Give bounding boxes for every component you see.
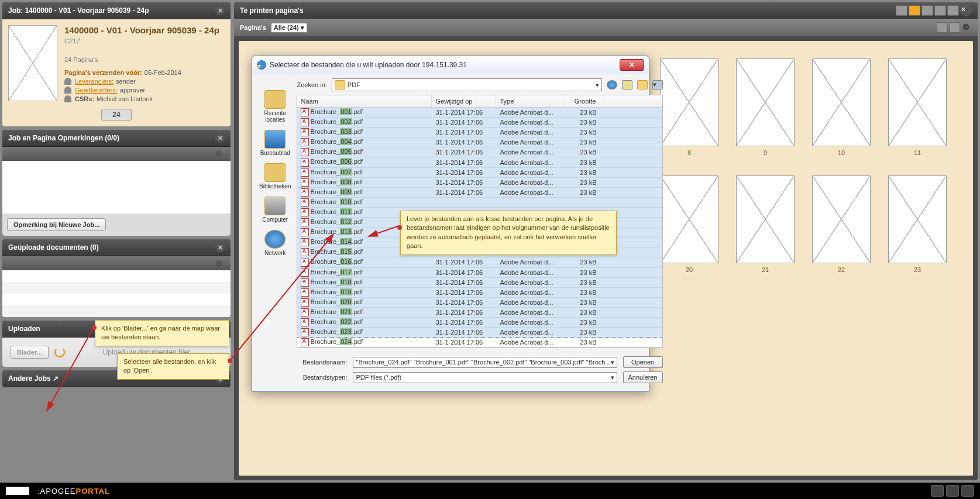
page-slot[interactable]: 9	[736, 58, 795, 146]
sidebar-place-3[interactable]: Computer	[262, 197, 288, 223]
page-slot[interactable]: 21	[736, 175, 795, 263]
look-in-select[interactable]: PDF ▾	[332, 78, 602, 91]
pages-filter[interactable]: Alle (24) ▾	[271, 23, 307, 33]
place-icon	[264, 197, 286, 215]
tool-icon[interactable]	[934, 5, 946, 16]
back-icon[interactable]	[607, 80, 617, 90]
remarks-title: Job en Pagina Opmerkingen (0/0)	[8, 134, 119, 142]
file-row[interactable]: Brochure_017.pdf31-1-2014 17:06Adobe Acr…	[297, 268, 662, 278]
file-row[interactable]: Brochure_020.pdf31-1-2014 17:06Adobe Acr…	[297, 298, 662, 308]
gear-icon[interactable]: ⚙	[215, 259, 225, 268]
page-number: 23	[889, 266, 946, 273]
tool-icon[interactable]	[937, 22, 947, 33]
col-size[interactable]: Grootte	[563, 95, 604, 107]
pdf-icon	[301, 328, 309, 336]
view-grid-icon[interactable]	[909, 5, 920, 16]
file-row[interactable]: Brochure_008.pdf31-1-2014 17:06Adobe Acr…	[297, 178, 662, 188]
file-row[interactable]: Brochure_002.pdf31-1-2014 17:06Adobe Acr…	[297, 118, 662, 128]
pdf-icon	[301, 128, 309, 136]
tool-icon[interactable]	[950, 22, 960, 33]
pdf-icon	[301, 318, 309, 326]
page-slot[interactable]: 8	[660, 58, 718, 146]
page-number: 8	[661, 149, 718, 156]
col-date[interactable]: Gewijzigd op	[432, 95, 496, 107]
sidebar-place-0[interactable]: Recente locaties	[259, 90, 291, 123]
person-icon	[64, 78, 71, 85]
job-title: 1400000 - V01 - Voorjaar 905039 - 24p	[64, 25, 219, 35]
file-row[interactable]: Brochure_005.pdf31-1-2014 17:06Adobe Acr…	[297, 147, 662, 157]
job-panel-title: Job: 1400000 - V01 - Voorjaar 905039 - 2…	[8, 6, 149, 15]
footer-icon[interactable]	[961, 485, 974, 497]
close-icon[interactable]: ✕	[215, 6, 225, 15]
approvers-label[interactable]: Goedkeurders:	[75, 87, 118, 94]
pdf-icon	[301, 198, 309, 207]
footer-icon[interactable]	[931, 485, 944, 497]
footer: :APOGEEPORTAL	[0, 483, 980, 499]
filename-input[interactable]: "Brochure_024.pdf" "Brochure_001.pdf" "B…	[353, 357, 617, 368]
cancel-button[interactable]: Annuleren	[623, 371, 663, 383]
pdf-icon	[301, 238, 309, 246]
browse-button[interactable]: Blader...	[11, 346, 49, 359]
place-icon	[264, 130, 286, 149]
pdf-icon	[301, 138, 309, 146]
uploaded-panel: Geüploade documenten (0) ✕ ⚙	[2, 239, 231, 317]
remarks-panel: Job en Pagina Opmerkingen (0/0) ✕ ⚙ Opme…	[2, 130, 231, 236]
pdf-icon	[301, 338, 309, 346]
tool-icon[interactable]	[921, 5, 933, 16]
page-number: 11	[889, 149, 946, 156]
dialog-close-button[interactable]: ✕	[620, 59, 644, 71]
pdf-icon	[301, 278, 309, 287]
view-mode-icon[interactable]: ▾	[652, 80, 663, 90]
pdf-icon	[301, 208, 309, 216]
page-slot[interactable]: 22	[812, 175, 871, 263]
file-row[interactable]: Brochure_006.pdf31-1-2014 17:06Adobe Acr…	[297, 157, 662, 167]
file-row[interactable]: Brochure_022.pdf31-1-2014 17:06Adobe Acr…	[297, 318, 662, 328]
file-row[interactable]: Brochure_009.pdf31-1-2014 17:06Adobe Acr…	[297, 188, 662, 198]
file-row[interactable]: Brochure_021.pdf31-1-2014 17:06Adobe Acr…	[297, 308, 662, 318]
job-thumbnail	[8, 25, 57, 101]
file-row[interactable]: Brochure_003.pdf31-1-2014 17:06Adobe Acr…	[297, 128, 662, 137]
file-row[interactable]: Brochure_024.pdf31-1-2014 17:06Adobe Acr…	[297, 338, 662, 347]
send-before-value: 05-Feb-2014	[145, 69, 181, 76]
sidebar-place-4[interactable]: Netwerk	[264, 230, 286, 256]
brand-label: :APOGEEPORTAL	[37, 487, 110, 495]
page-slot[interactable]: 10	[812, 58, 871, 146]
sidebar-place-1[interactable]: Bureaublad	[260, 130, 290, 156]
file-row[interactable]: Brochure_007.pdf31-1-2014 17:06Adobe Acr…	[297, 168, 662, 178]
footer-help-icon[interactable]	[946, 485, 959, 497]
filename-label: Bestandsnaam:	[297, 359, 347, 366]
gear-icon[interactable]: ⚙	[215, 149, 225, 159]
new-remark-button[interactable]: Opmerking bij Nieuwe Job...	[7, 218, 106, 231]
view-list-icon[interactable]	[896, 5, 907, 16]
sidebar-place-2[interactable]: Bibliotheken	[259, 163, 291, 190]
gear-icon[interactable]: ⚙	[962, 22, 972, 32]
file-row[interactable]: Brochure_010.pdf	[297, 198, 662, 208]
page-slot[interactable]: 23	[888, 175, 947, 263]
filetype-select[interactable]: PDF files (*.pdf)▾	[353, 372, 617, 383]
pdf-icon	[301, 248, 309, 256]
suppliers-label[interactable]: Leveranciers:	[75, 78, 114, 85]
approvers-value: approver	[120, 87, 145, 94]
person-icon	[64, 87, 71, 94]
file-row[interactable]: Brochure_016.pdf31-1-2014 17:06Adobe Acr…	[297, 257, 662, 267]
close-icon[interactable]: ✕	[960, 5, 972, 16]
csrs-value: Michiel van Lisdonk	[97, 95, 153, 102]
page-number: 20	[661, 266, 718, 273]
file-row[interactable]: Brochure_004.pdf31-1-2014 17:06Adobe Acr…	[297, 137, 662, 147]
file-row[interactable]: Brochure_001.pdf31-1-2014 17:06Adobe Acr…	[297, 108, 662, 118]
pdf-icon	[301, 188, 309, 197]
file-row[interactable]: Brochure_018.pdf31-1-2014 17:06Adobe Acr…	[297, 278, 662, 288]
page-slot[interactable]: 11	[888, 58, 947, 146]
file-row[interactable]: Brochure_019.pdf31-1-2014 17:06Adobe Acr…	[297, 288, 662, 298]
col-name[interactable]: Naam	[297, 95, 432, 107]
new-folder-icon[interactable]	[637, 80, 648, 90]
open-button[interactable]: Openen	[623, 356, 663, 368]
file-row[interactable]: Brochure_023.pdf31-1-2014 17:06Adobe Acr…	[297, 328, 662, 338]
up-folder-icon[interactable]	[622, 80, 632, 90]
col-type[interactable]: Type	[496, 95, 563, 107]
tool-icon[interactable]	[947, 5, 959, 16]
page-slot[interactable]: 20	[660, 175, 718, 263]
close-icon[interactable]: ✕	[215, 243, 225, 252]
dialog-title: Selecteer de bestanden die u wilt upload…	[270, 61, 467, 69]
close-icon[interactable]: ✕	[215, 133, 225, 143]
